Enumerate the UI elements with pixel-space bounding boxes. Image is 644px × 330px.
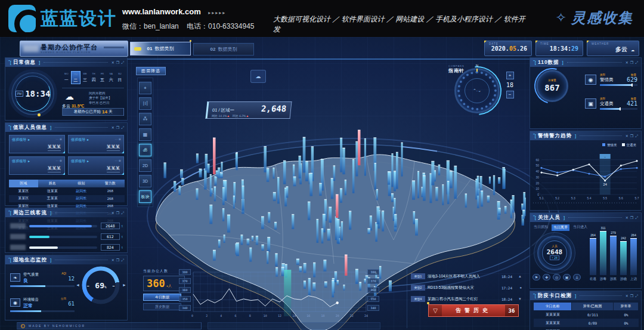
- table-cell: 0%: [614, 327, 639, 330]
- expand-icon[interactable]: ⤢: [121, 125, 124, 130]
- close-icon[interactable]: ✕: [112, 125, 114, 130]
- cloud-upload-icon[interactable]: ☁: [250, 70, 266, 83]
- camera-icon[interactable]: ▣: [563, 274, 571, 280]
- focus-tab[interactable]: 当日离开: [552, 224, 569, 231]
- lunar-line: 闰四月初四: [89, 91, 112, 95]
- compass-center: ⌃·⌄: [456, 70, 498, 112]
- inspiration-collect[interactable]: ✧ 灵感收集: [556, 8, 633, 27]
- card-actions[interactable]: ⋯ ⊗: [55, 137, 62, 141]
- gauge-right-arrow[interactable]: ►: [122, 283, 126, 287]
- table-row[interactable]: 某某某某0/890%: [534, 319, 639, 327]
- alert-row[interactable]: 类型1湿地3-104片区有不明人员闯入18:24▲: [411, 272, 512, 280]
- week-day-su[interactable]: SU日: [115, 71, 124, 84]
- card-actions[interactable]: ⋯ ⊗: [114, 137, 121, 141]
- close-icon[interactable]: ✕: [112, 258, 114, 263]
- site-url[interactable]: www.lanlanwork.com: [122, 7, 201, 16]
- week-day-we[interactable]: WE三: [80, 71, 89, 84]
- expand-icon[interactable]: ⤢: [635, 215, 638, 220]
- flag-icon[interactable]: ⚑: [532, 274, 540, 280]
- table-row[interactable]: 某某某某0/890%: [534, 327, 639, 330]
- scroll-dot-icon[interactable]: ●: [519, 286, 522, 289]
- expand-icon[interactable]: ⤢: [121, 60, 124, 65]
- close-icon[interactable]: ✕: [626, 134, 628, 138]
- gauge-left-arrow[interactable]: ◄: [76, 283, 80, 287]
- eco-unit: AQI: [61, 272, 66, 275]
- window-icon[interactable]: ❐: [630, 215, 633, 220]
- layer-button-blocks[interactable]: 板块: [139, 190, 151, 203]
- week-cn-label: 四: [89, 77, 98, 83]
- alert-row[interactable]: 类型2RD13-53烟感报警疑似火灾17:24●: [411, 283, 512, 292]
- close-icon[interactable]: ✕: [112, 60, 114, 65]
- today-data-button[interactable]: 今日数据: [143, 294, 181, 301]
- week-day-mo[interactable]: MO一: [62, 71, 71, 84]
- table-cell: 王某某: [38, 195, 67, 203]
- alarm-history-button[interactable]: ▽ 告警历史 36: [428, 304, 519, 317]
- close-icon[interactable]: ✕: [626, 215, 628, 220]
- layer-button-signal[interactable]: 〣: [139, 97, 151, 110]
- expand-icon[interactable]: ⤢: [635, 134, 638, 138]
- layer-button-building[interactable]: ▦: [139, 128, 151, 141]
- window-icon[interactable]: ❐: [116, 258, 119, 263]
- card-actions[interactable]: ⋯ ⊗: [114, 159, 121, 162]
- expand-icon[interactable]: ⤢: [635, 294, 638, 298]
- compass[interactable]: N ⌃·⌄: [454, 68, 500, 113]
- layer-button-camera[interactable]: ⌖: [139, 82, 151, 94]
- panel-daily-info-title: ˝[日常信息] ✕❐⤢: [5, 58, 127, 67]
- window-icon[interactable]: ❐: [116, 125, 119, 130]
- window-icon[interactable]: ❐: [116, 60, 119, 65]
- close-icon[interactable]: ✕: [626, 60, 628, 65]
- layer-button-chart-db[interactable]: ㏈: [139, 144, 151, 156]
- close-icon[interactable]: ✕: [626, 294, 628, 298]
- layer-button-people[interactable]: ⁂: [139, 113, 151, 125]
- person-icon[interactable]: ♙: [573, 274, 581, 280]
- scroll-down-icon[interactable]: ▼: [518, 297, 522, 301]
- duty-table-header: 区域姓名级别警力数: [9, 180, 125, 187]
- window-icon[interactable]: ❐: [630, 294, 633, 298]
- focus-tab[interactable]: 当日抓拍: [534, 224, 548, 231]
- history-data-button[interactable]: 历史数据: [143, 303, 181, 310]
- layer-button-3d[interactable]: 3D: [139, 175, 151, 187]
- expand-icon[interactable]: ⤢: [121, 258, 124, 263]
- made-by-text: MADE BY NEHOMMICOR: [29, 324, 85, 328]
- table-row[interactable]: 某某区王某某副局长268: [9, 195, 125, 203]
- logo[interactable]: 蓝蓝设计: [8, 5, 117, 32]
- panel-eco-monitor: ˝[湿地生态监控] ✕❐⤢ ❧空气质量良AQI12◉环境噪音正常分贝61 - 6…: [5, 255, 128, 320]
- table-row[interactable]: 某某某某0/3110%: [534, 310, 639, 319]
- expand-icon[interactable]: ⤢: [121, 211, 124, 215]
- focus-tab[interactable]: 当日进入: [573, 224, 587, 231]
- table-cell: 0/311: [572, 310, 614, 319]
- week-en-label: TH: [89, 72, 98, 75]
- target-icon[interactable]: ◎: [553, 274, 561, 280]
- plus-icon[interactable]: ✚: [543, 274, 550, 280]
- week-day-th[interactable]: TH四: [89, 71, 98, 84]
- bar-value: 824: [101, 244, 120, 251]
- tooltip-value: 2,648: [261, 104, 287, 113]
- week-day-sa[interactable]: SA六: [107, 71, 116, 84]
- zoom-in-button[interactable]: +: [506, 72, 514, 79]
- window-icon[interactable]: ❐: [630, 134, 633, 138]
- expand-icon[interactable]: ⤢: [635, 60, 638, 65]
- alert-text: 某路口有小汽车违闯三个红灯: [428, 297, 501, 302]
- zoom-out-button[interactable]: −: [506, 91, 514, 98]
- duty-leader-card[interactable]: 值班领导▸⋯ ⊗某某某: [68, 135, 124, 153]
- bar-category-label: 上访: [630, 277, 637, 281]
- duty-leader-card[interactable]: 值班领导▸⋯ ⊗某某某: [9, 135, 65, 153]
- window-icon[interactable]: ❐: [116, 211, 119, 215]
- duty-leader-card[interactable]: 值班领导▸⋯ ⊗某某某: [68, 156, 124, 175]
- close-icon[interactable]: ✕: [112, 211, 114, 215]
- layer-button-2d[interactable]: 2D: [139, 159, 151, 172]
- bar-fill: [29, 225, 92, 227]
- bar-column: [630, 238, 637, 275]
- week-day-tu[interactable]: TU二: [71, 71, 81, 84]
- table-cell: 0%: [614, 319, 639, 327]
- svg-text:20: 20: [535, 181, 539, 185]
- alert-row[interactable]: 类型4某路口有小汽车违闯三个红灯18:24▼: [411, 295, 512, 303]
- up-arrow-icon: ▲: [246, 114, 249, 118]
- week-day-fr[interactable]: FR五: [98, 71, 107, 84]
- window-icon[interactable]: ❐: [630, 60, 633, 65]
- table-row[interactable]: 某某区张某某副局长268: [9, 187, 125, 195]
- copyright-icon: ©: [21, 324, 25, 328]
- scroll-up-icon[interactable]: ▲: [518, 275, 522, 278]
- card-actions[interactable]: ⋯ ⊗: [55, 159, 62, 162]
- duty-leader-card[interactable]: 值班领导▸⋯ ⊗某某某: [9, 156, 65, 175]
